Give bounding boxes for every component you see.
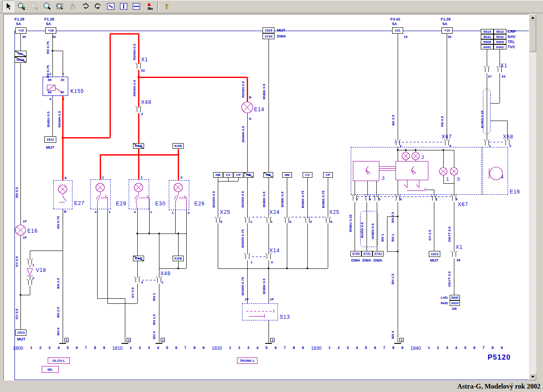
axis-label: 1 xyxy=(329,346,331,351)
scroll-down-button[interactable] xyxy=(529,373,536,380)
component-label: K155 xyxy=(70,88,84,94)
terminal-box: CP xyxy=(234,172,243,178)
wire-label: BN 0.5 xyxy=(391,212,395,223)
axis-label: 8 xyxy=(194,346,196,351)
diagram-label: 4 xyxy=(369,197,371,201)
terminal-box: NB xyxy=(282,172,292,178)
axis-label: 1840 xyxy=(410,346,421,351)
axis-label: 1820 xyxy=(211,346,222,351)
zoom-window-tool[interactable] xyxy=(53,0,66,12)
sheet-id: P5120 xyxy=(488,353,511,362)
component-label: X1 xyxy=(141,57,148,63)
terminal-box: +19 xyxy=(15,27,26,34)
diagram-label: TEL xyxy=(508,40,515,44)
zoom-window-icon xyxy=(55,2,64,11)
diagram-label: MUT xyxy=(277,28,286,32)
terminal-box: TEL xyxy=(14,51,26,57)
zoom-minus-icon xyxy=(30,2,38,11)
svg-text:?: ? xyxy=(165,3,169,11)
diagram-label: 5 xyxy=(220,220,222,224)
axis-label: 6 xyxy=(76,346,78,351)
component-label: E16 xyxy=(27,228,38,234)
axis-label: 1 xyxy=(130,346,132,351)
diagram-canvas[interactable] xyxy=(3,14,529,381)
rotate-ccw-tool[interactable] xyxy=(92,0,104,12)
select-tool[interactable] xyxy=(2,0,14,12)
component-label: X14 xyxy=(269,248,280,254)
diagram-label: 15 xyxy=(404,35,407,39)
zoom-in-tool[interactable] xyxy=(15,0,27,12)
component-outline xyxy=(129,179,149,209)
diagram-label: 1 xyxy=(162,280,163,284)
axis-label: 3 xyxy=(446,346,448,351)
scrollbar-thumb[interactable] xyxy=(529,21,536,52)
diagram-label: TVC xyxy=(508,45,515,49)
rotate-cw-tool[interactable] xyxy=(79,0,91,12)
axis-label: 4 xyxy=(157,346,159,351)
diagram-label: 1P xyxy=(23,219,27,223)
help-tool[interactable]: ? xyxy=(161,0,173,12)
axis-label: 8 xyxy=(94,346,96,351)
diagram-label: + xyxy=(62,72,64,76)
zoom-out-tool[interactable] xyxy=(28,0,40,12)
diagram-label: 52 xyxy=(141,69,145,72)
diagram-label: 8 xyxy=(400,197,401,201)
terminal-box: 3840 xyxy=(450,295,460,300)
terminal-box: KAB xyxy=(173,143,184,149)
diagram-label: 3 xyxy=(180,176,182,179)
ground-label: 3 xyxy=(161,338,165,342)
diagram-label: MUT xyxy=(46,145,55,150)
axis-label: 4 xyxy=(256,346,258,351)
wire-label: RDBU 0.35 xyxy=(349,215,352,232)
wire-label: BN 2.5 xyxy=(56,278,60,289)
wire-label: RDWH 0.5 xyxy=(241,81,245,98)
ground-label: 3 xyxy=(270,338,274,342)
diagram-label: F1.28 xyxy=(441,17,451,21)
diagram-label: A xyxy=(249,117,251,121)
diagram-label: 9 xyxy=(310,220,312,224)
terminal-box: 5641 xyxy=(481,34,494,39)
diagram-label: 5A xyxy=(392,22,397,26)
ground-label: 3 xyxy=(127,338,131,342)
status-caption: Astra-G, Modelový rok 2002 xyxy=(457,383,540,390)
diagram-label: 67 xyxy=(488,75,492,78)
fit-page-icon xyxy=(107,2,115,11)
diagram-label: 2 xyxy=(102,176,104,179)
fit-height-tool[interactable] xyxy=(117,0,130,12)
diagram-label: MUT xyxy=(17,337,26,341)
diagram-label: 6 xyxy=(271,260,273,264)
axis-label: 7 xyxy=(482,346,485,351)
pan-tool[interactable] xyxy=(66,0,78,12)
wire-label: BK 0.5 xyxy=(391,115,395,126)
axis-label: 9 xyxy=(401,346,404,351)
axis-label: 5 xyxy=(464,346,466,351)
wire-label: BNWH 0.5 xyxy=(241,126,245,142)
axis-label: 1830 xyxy=(311,346,321,351)
status-bar: Astra-G, Modelový rok 2002 xyxy=(0,380,543,392)
diagram-label: 5A xyxy=(442,22,448,26)
terminal-box: 5909 xyxy=(494,39,506,44)
wire-label: BNWH 0.5 xyxy=(241,191,245,208)
component-outline xyxy=(43,77,68,96)
axis-label: 3 xyxy=(148,346,150,351)
terminal-box: +18 xyxy=(45,27,56,34)
vertical-scrollbar[interactable] xyxy=(529,14,536,380)
wire-label: RD 0.75 xyxy=(46,41,50,54)
zoom-tool[interactable] xyxy=(40,0,53,12)
wire-label: BN 1 xyxy=(391,234,395,242)
component-outline xyxy=(351,147,482,195)
axis-label: 1 xyxy=(229,346,231,351)
fit-width-tool[interactable] xyxy=(130,0,142,12)
fit-page-tool[interactable] xyxy=(104,0,117,12)
terminal-box: NB xyxy=(263,172,273,178)
highlight-wire-tool[interactable] xyxy=(143,0,155,12)
diagram-label: 6 xyxy=(456,197,457,201)
toolbar: ? xyxy=(0,0,543,13)
terminal-box: 5642 xyxy=(494,34,506,39)
terminal-box: 1523 xyxy=(15,329,26,336)
diagram-label: 8 xyxy=(62,97,64,101)
scroll-up-button[interactable] xyxy=(529,14,536,21)
axis-label: 4 xyxy=(356,346,358,351)
wire-label: RDWH 0.5 xyxy=(133,44,136,60)
terminal-box: 3734 xyxy=(263,33,274,39)
